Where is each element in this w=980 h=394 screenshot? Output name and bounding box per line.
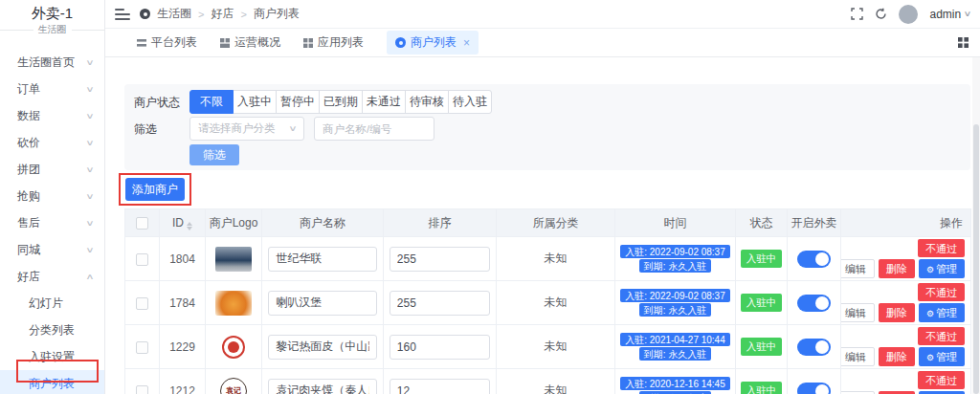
status-filter-group: 不限 入驻中 暂停中 已到期 未通过 待审核 待入驻 bbox=[189, 90, 492, 114]
col-takeout: 开启外卖 bbox=[788, 209, 841, 237]
merchant-sort-input[interactable] bbox=[390, 291, 490, 316]
tab-app-list[interactable]: 应用列表 bbox=[303, 34, 364, 51]
sidebar-item-aftersale[interactable]: 售后∨ bbox=[0, 209, 104, 236]
col-logo: 商户Logo bbox=[206, 209, 262, 237]
manage-button[interactable]: ⚙管理 bbox=[919, 347, 965, 366]
category-select[interactable]: 请选择商户分类 ∨ bbox=[189, 117, 304, 141]
sort-icon[interactable] bbox=[187, 222, 192, 230]
delete-button[interactable]: 删除 bbox=[879, 259, 915, 278]
takeout-toggle[interactable] bbox=[797, 339, 831, 356]
edit-button[interactable]: 编辑 bbox=[841, 347, 875, 366]
sidebar-item-flashsale[interactable]: 抢购∨ bbox=[0, 183, 104, 209]
gear-icon: ⚙ bbox=[926, 265, 934, 274]
divider bbox=[72, 30, 105, 31]
topbar: 生活圈 > 好店 > 商户列表 admin ∨ bbox=[105, 0, 980, 29]
edit-button[interactable]: 编辑 bbox=[841, 259, 875, 278]
sidebar-item-shops[interactable]: 好店∧ bbox=[0, 263, 104, 290]
chevron-down-icon: ∨ bbox=[85, 112, 94, 120]
col-actions: 操作 bbox=[841, 209, 971, 237]
table-row: 1784 未知 入驻: 2022-09-02 08:37 到期: 永久入驻 入驻… bbox=[125, 281, 971, 325]
sidebar-item-data[interactable]: 数据∨ bbox=[0, 102, 104, 129]
manage-button[interactable]: ⚙管理 bbox=[919, 259, 965, 278]
manage-button[interactable]: ⚙管理 bbox=[919, 303, 965, 322]
filter-submit-button[interactable]: 筛选 bbox=[189, 144, 239, 165]
reject-button[interactable]: 不通过 bbox=[918, 327, 965, 345]
merchant-name-input[interactable] bbox=[268, 247, 376, 272]
sidebar-item-city[interactable]: 同城∨ bbox=[0, 236, 104, 263]
merchant-name-input[interactable] bbox=[268, 379, 376, 394]
table-header-row: ID 商户Logo 商户名称 排序 所属分类 时间 状态 开启外卖 操作 bbox=[125, 209, 971, 237]
sidebar-item-groupbuy[interactable]: 拼团∨ bbox=[0, 156, 104, 183]
breadcrumb-root[interactable]: 生活圈 bbox=[157, 6, 191, 22]
fullscreen-icon[interactable] bbox=[851, 8, 863, 20]
reject-button[interactable]: 不通过 bbox=[918, 371, 965, 389]
sidebar-subitem-settlement[interactable]: 入驻设置 bbox=[0, 343, 104, 370]
breadcrumb-section[interactable]: 好店 bbox=[211, 6, 234, 22]
col-status: 状态 bbox=[736, 209, 788, 237]
merchant-name-input[interactable] bbox=[268, 291, 376, 316]
sidebar: 外卖-1 生活圈 生活圈首页∨ 订单∨ 数据∨ 砍价∨ 拼团∨ 抢购∨ 售后∨ … bbox=[0, 0, 105, 394]
select-all-checkbox[interactable] bbox=[136, 217, 148, 230]
row-checkbox[interactable] bbox=[136, 385, 148, 394]
chevron-down-icon: ∨ bbox=[85, 58, 94, 67]
status-filter-pending-review[interactable]: 待审核 bbox=[405, 90, 449, 114]
chevron-down-icon: ∨ bbox=[85, 246, 94, 254]
tab-options-icon[interactable] bbox=[958, 37, 969, 48]
status-filter-all[interactable]: 不限 bbox=[189, 90, 234, 114]
table-row: 1212 袁记 未知 入驻: 2020-12-16 14:45 到期: 永久入驻… bbox=[125, 369, 971, 394]
row-checkbox[interactable] bbox=[136, 297, 148, 310]
sidebar-item-home[interactable]: 生活圈首页∨ bbox=[0, 49, 104, 76]
takeout-toggle[interactable] bbox=[797, 383, 831, 394]
reject-button[interactable]: 不通过 bbox=[918, 239, 965, 257]
avatar[interactable] bbox=[899, 5, 918, 24]
app-title: 外卖-1 bbox=[0, 0, 104, 20]
takeout-toggle[interactable] bbox=[797, 295, 831, 312]
chevron-down-icon: ∨ bbox=[85, 192, 94, 201]
status-badge: 入驻中 bbox=[741, 294, 783, 312]
breadcrumb-page[interactable]: 商户列表 bbox=[254, 6, 300, 22]
merchant-category: 未知 bbox=[497, 281, 615, 325]
close-icon[interactable]: × bbox=[463, 36, 470, 50]
filter-row-label: 筛选 bbox=[134, 121, 157, 138]
join-time-badge: 入驻: 2022-09-02 08:37 bbox=[620, 289, 730, 302]
status-filter-pending-entry[interactable]: 待入驻 bbox=[448, 90, 492, 114]
merchant-name-input[interactable] bbox=[268, 335, 376, 360]
merchant-category: 未知 bbox=[497, 369, 615, 394]
sidebar-subitem-merchant-list[interactable]: 商户列表 bbox=[0, 370, 104, 394]
takeout-toggle[interactable] bbox=[797, 251, 831, 268]
add-merchant-button[interactable]: 添加商户 bbox=[125, 178, 185, 201]
sidebar-subitem-categories[interactable]: 分类列表 bbox=[0, 317, 104, 343]
status-badge: 入驻中 bbox=[741, 338, 783, 356]
filter-panel: 商户状态 不限 入驻中 暂停中 已到期 未通过 待审核 待入驻 筛选 请选择商户… bbox=[124, 84, 970, 170]
col-category: 所属分类 bbox=[497, 209, 615, 237]
merchant-sort-input[interactable] bbox=[390, 335, 490, 360]
merchant-sort-input[interactable] bbox=[390, 247, 490, 272]
merchant-table: ID 商户Logo 商户名称 排序 所属分类 时间 状态 开启外卖 操作 180… bbox=[124, 208, 971, 394]
row-checkbox[interactable] bbox=[136, 341, 148, 354]
tab-merchant-list[interactable]: 商户列表 × bbox=[387, 31, 479, 55]
status-filter-active[interactable]: 入驻中 bbox=[233, 90, 277, 114]
merchant-search-input[interactable] bbox=[314, 117, 434, 141]
delete-button[interactable]: 删除 bbox=[879, 303, 915, 322]
sidebar-subitem-slides[interactable]: 幻灯片 bbox=[0, 290, 104, 317]
user-menu[interactable]: admin ∨ bbox=[929, 8, 970, 21]
sidebar-item-bargain[interactable]: 砍价∨ bbox=[0, 129, 104, 156]
tab-operation-overview[interactable]: 运营概况 bbox=[220, 34, 280, 51]
merchant-logo-image bbox=[215, 247, 252, 272]
row-checkbox[interactable] bbox=[136, 253, 148, 266]
merchant-sort-input[interactable] bbox=[390, 379, 490, 394]
tab-platform-list[interactable]: 平台列表 bbox=[137, 34, 197, 51]
edit-button[interactable]: 编辑 bbox=[841, 303, 875, 322]
app-subtitle: 生活圈 bbox=[0, 23, 104, 36]
table-row: 1229 未知 入驻: 2021-04-27 10:44 到期: 永久入驻 入驻… bbox=[125, 325, 971, 369]
status-filter-expired[interactable]: 已到期 bbox=[319, 90, 363, 114]
sidebar-item-orders[interactable]: 订单∨ bbox=[0, 76, 104, 102]
main-content: 商户状态 不限 入驻中 暂停中 已到期 未通过 待审核 待入驻 筛选 请选择商户… bbox=[105, 58, 980, 394]
status-filter-paused[interactable]: 暂停中 bbox=[276, 90, 320, 114]
scrollbar-thumb[interactable] bbox=[973, 124, 979, 394]
collapse-sidebar-icon[interactable] bbox=[115, 9, 130, 20]
status-filter-rejected[interactable]: 未通过 bbox=[362, 90, 406, 114]
reject-button[interactable]: 不通过 bbox=[918, 283, 965, 301]
delete-button[interactable]: 删除 bbox=[879, 347, 915, 366]
refresh-icon[interactable] bbox=[875, 8, 887, 20]
